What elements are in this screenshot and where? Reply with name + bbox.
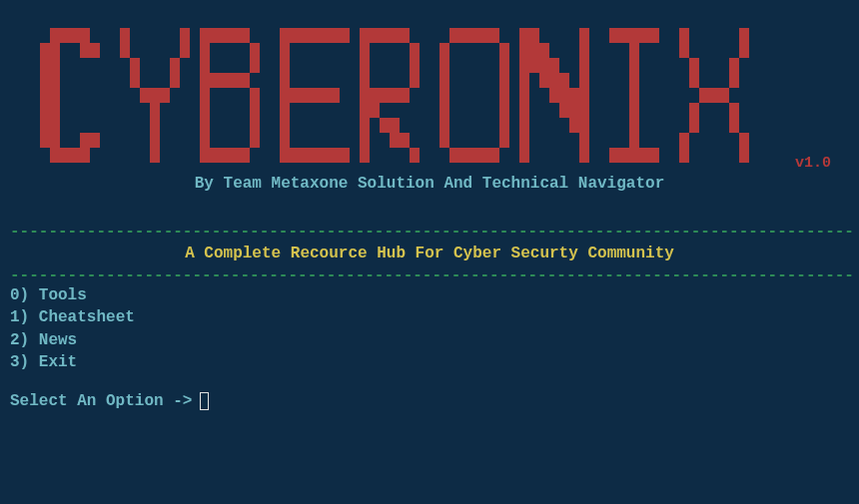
menu-item-label: Tools bbox=[39, 286, 87, 304]
menu-item-index: 1) bbox=[10, 308, 39, 326]
tagline: A Complete Recource Hub For Cyber Securt… bbox=[0, 241, 859, 266]
cursor-icon bbox=[200, 392, 209, 410]
menu-item-index: 3) bbox=[10, 353, 39, 371]
menu-item-tools[interactable]: 0) Tools bbox=[10, 284, 849, 306]
menu-item-index: 0) bbox=[10, 286, 39, 304]
menu-item-index: 2) bbox=[10, 331, 39, 349]
menu-item-cheatsheet[interactable]: 1) Cheatsheet bbox=[10, 306, 849, 328]
menu-item-label: Exit bbox=[39, 353, 77, 371]
prompt-line[interactable]: Select An Option -> bbox=[0, 392, 859, 410]
menu-item-exit[interactable]: 3) Exit bbox=[10, 351, 849, 373]
banner: v1.0 By Team Metaxone Solution And Techn… bbox=[0, 0, 859, 193]
byline: By Team Metaxone Solution And Technical … bbox=[40, 175, 819, 193]
menu-item-label: Cheatsheet bbox=[39, 308, 135, 326]
menu-item-news[interactable]: 2) News bbox=[10, 329, 849, 351]
tagline-section: ----------------------------------------… bbox=[0, 223, 859, 284]
separator-top: ----------------------------------------… bbox=[0, 223, 859, 241]
separator-bottom: ----------------------------------------… bbox=[0, 266, 859, 284]
prompt-label: Select An Option -> bbox=[10, 392, 192, 410]
version-label: v1.0 bbox=[795, 155, 831, 172]
ascii-title bbox=[40, 28, 819, 163]
menu-item-label: News bbox=[39, 331, 77, 349]
main-menu: 0) Tools1) Cheatsheet2) News3) Exit bbox=[0, 284, 859, 374]
